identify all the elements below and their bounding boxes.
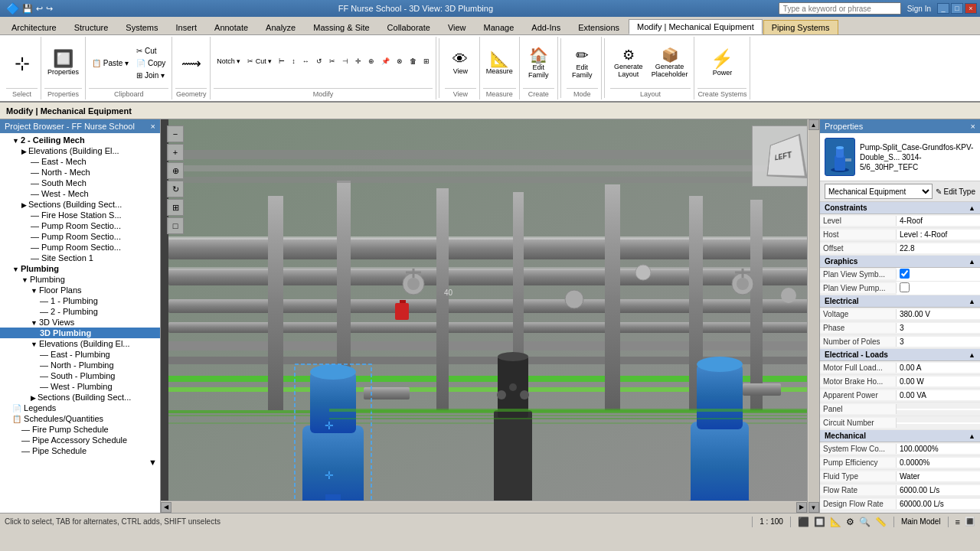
- constraints-collapse[interactable]: ▲: [969, 204, 975, 212]
- cut-tool-btn[interactable]: ✂ Cut ▾: [244, 56, 275, 67]
- geometry-btn[interactable]: ⟿: [176, 54, 207, 73]
- tab-annotate[interactable]: Annotate: [206, 20, 256, 34]
- visual-style-btn[interactable]: 🔳: [965, 517, 975, 527]
- edit-family-btn[interactable]: 🏠 EditFamily: [523, 45, 554, 81]
- tree-item-plumbing-root[interactable]: ▼Plumbing: [0, 263, 160, 274]
- tab-extensions[interactable]: Extensions: [570, 20, 628, 34]
- project-browser-close[interactable]: ×: [151, 122, 155, 131]
- show-hidden-btn[interactable]: 📐: [830, 517, 841, 527]
- notch-btn[interactable]: Notch ▾: [214, 56, 243, 67]
- tab-collaborate[interactable]: Collaborate: [379, 20, 439, 34]
- section-graphics[interactable]: Graphics ▲: [820, 256, 980, 268]
- section-box-btn[interactable]: □: [167, 217, 184, 234]
- mirror-btn[interactable]: ↔: [299, 56, 312, 67]
- array-btn[interactable]: ⊞: [420, 56, 433, 67]
- zoom-out-btn[interactable]: −: [167, 126, 184, 142]
- tree-item-schedules[interactable]: 📋 Schedules/Quantities: [0, 413, 160, 424]
- minimize-btn[interactable]: _: [937, 3, 949, 14]
- trim-btn[interactable]: ✂: [326, 56, 338, 67]
- split-btn[interactable]: ⊣: [339, 56, 351, 67]
- tree-item-sections-plumb[interactable]: ▶Sections (Building Sect...: [0, 392, 160, 403]
- tree-item-south-plumbing[interactable]: — South - Plumbing: [0, 370, 160, 381]
- tree-item-elevations-plumb[interactable]: ▼Elevations (Building El...: [0, 338, 160, 349]
- view-btn[interactable]: 👁 View: [445, 49, 475, 77]
- tree-item-3d-views[interactable]: ▼3D Views: [0, 317, 160, 328]
- tree-item-1-plumbing[interactable]: — 1 - Plumbing: [0, 295, 160, 306]
- section-electrical[interactable]: Electrical ▲: [820, 295, 980, 308]
- move-btn[interactable]: ✛: [352, 56, 364, 67]
- sun-path-btn[interactable]: 🔍: [859, 517, 871, 527]
- mechanical-collapse[interactable]: ▲: [969, 432, 975, 440]
- prop-plan-symb-value[interactable]: [897, 268, 980, 281]
- edit-type-btn[interactable]: ✎ Edit Type: [936, 187, 975, 196]
- copy-btn[interactable]: 📄 Copy: [133, 57, 168, 69]
- horizontal-scrollbar[interactable]: ◀ ▶: [161, 500, 807, 513]
- scroll-track[interactable]: [808, 130, 819, 502]
- tree-item-2-plumbing[interactable]: — 2 - Plumbing: [0, 306, 160, 317]
- scroll-left-btn[interactable]: ◀: [161, 502, 172, 513]
- quick-access-save[interactable]: 💾: [22, 4, 33, 14]
- tree-item-site-section[interactable]: — Site Section 1: [0, 253, 160, 263]
- detail-level-btn[interactable]: ≡: [956, 517, 960, 527]
- render-btn[interactable]: 📏: [875, 517, 887, 527]
- tab-massing[interactable]: Massing & Site: [305, 20, 377, 34]
- vertical-scrollbar[interactable]: ▲ ▼: [807, 119, 819, 513]
- viewport[interactable]: ✛ ✛ ✛: [161, 119, 819, 513]
- prop-circuit-value[interactable]: [897, 422, 980, 424]
- tree-item-east-plumbing[interactable]: — East - Plumbing: [0, 349, 160, 360]
- generate-placeholder-btn[interactable]: 📦 GeneratePlaceholder: [648, 46, 691, 80]
- pan-btn[interactable]: ⊕: [167, 162, 184, 179]
- tree-item-3d-plumbing[interactable]: 3D Plumbing: [0, 328, 160, 338]
- element-type-select[interactable]: Mechanical Equipment: [825, 184, 933, 199]
- generate-layout-btn[interactable]: ⚙ GenerateLayout: [610, 46, 647, 80]
- section-elec-loads[interactable]: Electrical - Loads ▲: [820, 349, 980, 361]
- prop-panel-value[interactable]: [897, 409, 980, 410]
- plan-pump-check[interactable]: [900, 282, 910, 292]
- orbit-btn[interactable]: ↻: [167, 181, 184, 197]
- cut-btn[interactable]: ✂ Cut: [133, 45, 168, 57]
- rotate-btn[interactable]: ↺: [313, 56, 325, 67]
- sign-in-link[interactable]: Sign In: [907, 5, 931, 13]
- nav-cube[interactable]: LEFT: [752, 126, 813, 187]
- tree-item-floor-plans[interactable]: ▼Floor Plans: [0, 285, 160, 295]
- plan-symb-check[interactable]: [900, 269, 910, 279]
- zoom-in-btn[interactable]: +: [167, 144, 184, 161]
- scroll-up-btn[interactable]: ▲: [808, 119, 819, 130]
- tree-item-north-plumbing[interactable]: — North - Plumbing: [0, 360, 160, 370]
- tree-item-west-plumbing[interactable]: — West - Plumbing: [0, 381, 160, 392]
- tab-structure[interactable]: Structure: [66, 20, 117, 34]
- tab-modify-mech[interactable]: Modify | Mechanical Equipment: [629, 19, 763, 34]
- tab-analyze[interactable]: Analyze: [257, 20, 304, 34]
- group-btn[interactable]: ⊗: [394, 56, 406, 67]
- scale-btn[interactable]: ⊕: [365, 56, 377, 67]
- h-scroll-track[interactable]: [172, 502, 796, 513]
- properties-close[interactable]: ×: [971, 122, 975, 131]
- tree-item-fire-pump-sched[interactable]: — Fire Pump Schedule: [0, 424, 160, 435]
- tree-item-sections-mech[interactable]: ▶Sections (Building Sect...: [0, 199, 160, 210]
- view-style-btn[interactable]: ⬛: [798, 517, 809, 527]
- select-btn[interactable]: ⊹: [7, 52, 38, 75]
- align-btn[interactable]: ⊢: [276, 56, 288, 67]
- maximize-btn[interactable]: □: [951, 3, 963, 14]
- tree-item-elevations-mech[interactable]: ▶Elevations (Building El...: [0, 145, 160, 156]
- tree-scroll-down[interactable]: ▼: [0, 456, 160, 468]
- quick-access-redo[interactable]: ↪: [46, 4, 53, 14]
- search-input[interactable]: [779, 2, 901, 15]
- electrical-collapse[interactable]: ▲: [969, 298, 975, 305]
- tree-item-north-mech[interactable]: — North - Mech: [0, 167, 160, 178]
- quick-access-undo[interactable]: ↩: [36, 4, 43, 14]
- fit-view-btn[interactable]: ⊞: [167, 199, 184, 216]
- tree-item-pump-room-3[interactable]: — Pump Room Sectio...: [0, 242, 160, 253]
- tree-item-pipe-acc-sched[interactable]: — Pipe Accessory Schedule: [0, 435, 160, 445]
- tree-item-ceiling-mech[interactable]: ▼2 - Ceiling Mech: [0, 135, 160, 145]
- tree-item-west-mech[interactable]: — West - Mech: [0, 188, 160, 199]
- shadows-btn[interactable]: 🔲: [814, 517, 825, 527]
- tree-item-pump-room-2[interactable]: — Pump Room Sectio...: [0, 231, 160, 242]
- pin-btn[interactable]: 📌: [378, 56, 393, 67]
- tab-addins[interactable]: Add-Ins: [523, 20, 569, 34]
- scroll-down-btn[interactable]: ▼: [808, 502, 819, 513]
- measure-btn[interactable]: 📐 Measure: [483, 49, 516, 77]
- tree-item-fire-hose[interactable]: — Fire Hose Station S...: [0, 210, 160, 220]
- properties-btn[interactable]: 🔲 Properties: [44, 48, 82, 78]
- tab-view[interactable]: View: [439, 20, 475, 34]
